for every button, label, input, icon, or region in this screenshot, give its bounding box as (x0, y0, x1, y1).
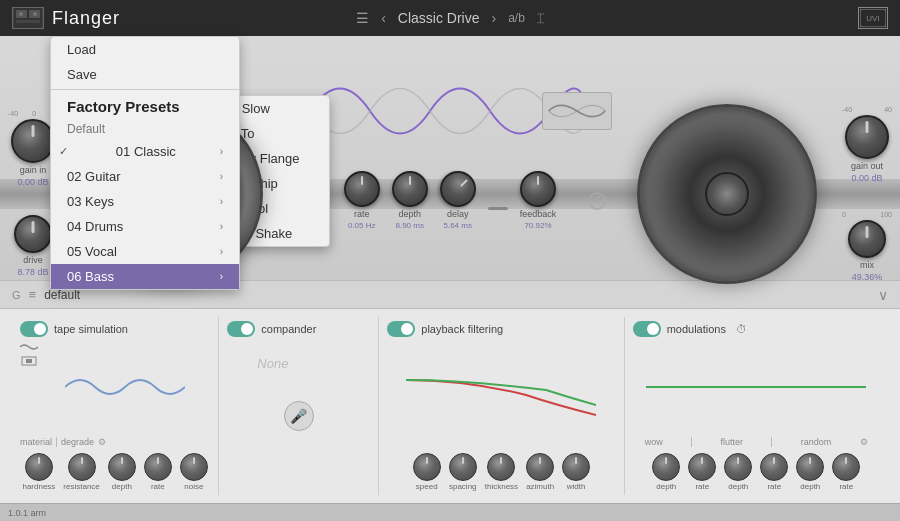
wow-rate-knob[interactable] (688, 453, 716, 481)
gain-out-value: 0.00 dB (851, 173, 882, 183)
tape-sim-wave (65, 365, 185, 410)
tape-sim-content (20, 341, 210, 433)
next-btn[interactable]: › (492, 10, 497, 26)
speed-knob[interactable] (413, 453, 441, 481)
divider2 (771, 437, 772, 447)
spacing-group: spacing (449, 453, 477, 491)
ab-button[interactable]: a/b (508, 11, 525, 25)
tape-sim-toggle[interactable] (20, 321, 48, 337)
gain-in-knob[interactable] (11, 119, 55, 163)
random-depth-knob[interactable] (796, 453, 824, 481)
drive-knob[interactable] (14, 215, 52, 253)
load-item[interactable]: Load (51, 37, 239, 62)
playback-header: playback filtering (387, 321, 615, 337)
back-btn[interactable]: ‹ (381, 10, 386, 26)
preset-06-bass[interactable]: 06 Bass › (51, 264, 239, 289)
compander-panel: compander 🎤 None (219, 317, 379, 495)
lissajous-display (542, 92, 612, 130)
depth-knob[interactable] (392, 171, 428, 207)
chevron-01: › (220, 146, 223, 157)
filter-curve (406, 370, 596, 420)
dropdown-menu: Load Save Factory Presets Default 01 Cla… (50, 36, 240, 290)
tape-sim-sub-labels: material degrade ⚙ (20, 437, 210, 447)
delay-value: 5.64 ms (444, 221, 472, 230)
mic-icon: 🎤 (284, 401, 314, 431)
loop-icon[interactable] (587, 191, 607, 215)
preset-04-drums[interactable]: 04 Drums › (51, 214, 239, 239)
random-rate-group: rate (832, 453, 860, 491)
dash-indicator (488, 207, 508, 210)
preset-bar-icon1: G (12, 289, 21, 301)
tuner-button[interactable]: ⌶ (537, 11, 544, 25)
header-right: UVI (858, 7, 888, 29)
mix-label: mix (860, 260, 874, 270)
width-group: width (562, 453, 590, 491)
thickness-knob[interactable] (487, 453, 515, 481)
svg-rect-3 (16, 20, 40, 23)
azimuth-knob[interactable] (526, 453, 554, 481)
preset-bar-arrow[interactable]: ∨ (878, 287, 888, 303)
rate-knob[interactable] (344, 171, 380, 207)
chevron-05: › (220, 246, 223, 257)
flutter-depth-knob[interactable] (724, 453, 752, 481)
tape-sim-knobs: hardness resistance depth rate noise (20, 453, 210, 491)
playback-label: playback filtering (421, 323, 503, 335)
gain-in-value: 0.00 dB (17, 177, 48, 187)
depth-value: 8.90 ms (396, 221, 424, 230)
svg-text:UVI: UVI (866, 14, 879, 23)
spacing-knob[interactable] (449, 453, 477, 481)
tape-sim-label: tape simulation (54, 323, 128, 335)
rate-label: rate (354, 209, 370, 219)
speed-group: speed (413, 453, 441, 491)
mix-knob[interactable] (848, 220, 886, 258)
menu-toggle-btn[interactable]: ☰ (356, 10, 369, 26)
version-text: 1.0.1 arm (8, 508, 46, 518)
tape-rate-knob[interactable] (144, 453, 172, 481)
app-title: Flanger (52, 8, 120, 29)
modulations-toggle[interactable] (633, 321, 661, 337)
clock-icon[interactable]: ⏱ (736, 323, 747, 335)
thickness-group: thickness (485, 453, 518, 491)
noise-group: noise (180, 453, 208, 491)
header: Flanger ☰ ‹ Classic Drive › a/b ⌶ UVI (0, 0, 900, 36)
compander-toggle[interactable] (227, 321, 255, 337)
settings-icon[interactable]: ⚙ (98, 437, 106, 447)
rate-value: 0.05 Hz (348, 221, 376, 230)
delay-knob[interactable] (432, 164, 483, 215)
mod-knobs: depth rate depth rate depth (633, 453, 880, 491)
resistance-knob[interactable] (68, 453, 96, 481)
drive-label: drive (23, 255, 43, 265)
none-label: None (257, 356, 288, 371)
preset-01-classic[interactable]: 01 Classic › (51, 139, 239, 164)
dropdown-divider1 (51, 89, 239, 90)
save-item[interactable]: Save (51, 62, 239, 87)
preset-03-keys[interactable]: 03 Keys › (51, 189, 239, 214)
factory-presets-title: Factory Presets (51, 92, 239, 119)
default-item[interactable]: Default (51, 119, 239, 139)
compander-label: compander (261, 323, 316, 335)
tape-sim-header: tape simulation (20, 321, 210, 337)
playback-toggle[interactable] (387, 321, 415, 337)
flutter-depth-group: depth (724, 453, 752, 491)
wave-icon (20, 341, 38, 367)
compander-header: compander (227, 321, 370, 337)
preset-02-guitar[interactable]: 02 Guitar › (51, 164, 239, 189)
feedback-knob[interactable] (520, 171, 556, 207)
azimuth-group: azimuth (526, 453, 554, 491)
noise-knob[interactable] (180, 453, 208, 481)
modulations-content (633, 341, 880, 433)
hardness-knob[interactable] (25, 453, 53, 481)
tape-depth-knob[interactable] (108, 453, 136, 481)
width-knob[interactable] (562, 453, 590, 481)
gain-out-knob[interactable] (845, 115, 889, 159)
random-rate-knob[interactable] (832, 453, 860, 481)
mix-value: 49.36% (852, 272, 883, 282)
preset-name: Classic Drive (398, 10, 480, 26)
flutter-rate-knob[interactable] (760, 453, 788, 481)
wow-depth-knob[interactable] (652, 453, 680, 481)
settings-icon2[interactable]: ⚙ (860, 437, 868, 447)
mod-sub-labels: wow flutter random ⚙ (633, 437, 880, 447)
compander-content: 🎤 None (227, 341, 370, 491)
delay-label: delay (447, 209, 469, 219)
preset-05-vocal[interactable]: 05 Vocal › (51, 239, 239, 264)
